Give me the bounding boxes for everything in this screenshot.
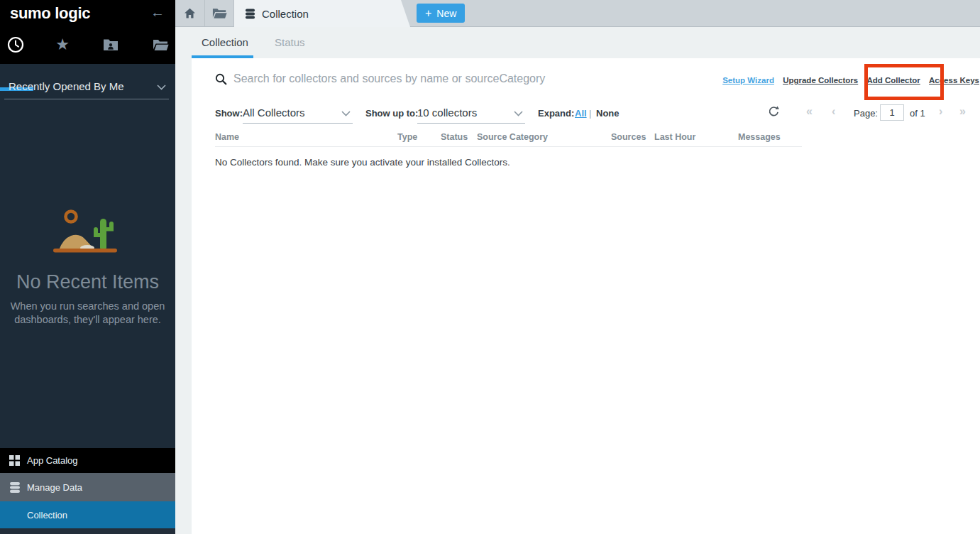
star-icon: ★ <box>55 37 70 53</box>
library-button[interactable] <box>205 0 234 26</box>
recently-opened-dropdown[interactable]: Recently Opened By Me <box>0 75 175 99</box>
page-label: Page: <box>854 108 878 119</box>
separator: | <box>589 108 591 119</box>
sidebar-icon-bar: ★ <box>0 28 175 64</box>
database-icon <box>9 481 22 494</box>
sumo-logic-logo: sumo logic <box>10 4 90 23</box>
new-button[interactable]: + New <box>417 4 465 23</box>
empty-collectors-message: No Collectors found. Make sure you activ… <box>215 157 510 168</box>
sidebar-next-row-edge <box>0 528 175 534</box>
show-dropdown[interactable]: All Collectors <box>243 102 353 124</box>
tab-strip: Collection + New <box>175 0 980 27</box>
expand-all-link[interactable]: All <box>575 108 587 119</box>
home-button[interactable] <box>175 0 205 26</box>
manage-data-label: Manage Data <box>27 482 82 493</box>
recently-opened-label: Recently Opened By Me <box>9 80 124 92</box>
chevron-down-icon <box>341 111 351 116</box>
column-header-name[interactable]: Name <box>215 132 239 142</box>
list-controls: Show: All Collectors Show up to: 10 coll… <box>192 102 980 127</box>
subtab-collection[interactable]: Collection <box>202 36 248 48</box>
next-page-button[interactable]: › <box>939 106 942 117</box>
collection-label: Collection <box>27 510 67 521</box>
sumo-logic-collection-page: { "sidebar": { "logo": "sumo logic", "co… <box>0 0 980 534</box>
plus-icon: + <box>425 8 431 19</box>
show-dropdown-value: All Collectors <box>243 107 305 119</box>
search-input[interactable] <box>233 68 702 89</box>
page-number-input[interactable] <box>880 104 904 121</box>
expand-none-option[interactable]: None <box>596 108 620 119</box>
open-folder-icon <box>212 8 227 19</box>
sidebar-item-collection[interactable]: Collection <box>0 501 175 528</box>
expand-label: Expand: <box>538 108 574 119</box>
previous-page-button[interactable]: ‹ <box>832 106 835 117</box>
refresh-icon[interactable] <box>768 106 779 117</box>
first-page-button[interactable]: « <box>806 106 813 117</box>
dropdown-underline <box>4 99 169 99</box>
app-catalog-label: App Catalog <box>27 455 78 466</box>
sidebar-header: sumo logic ← <box>0 0 175 28</box>
column-header-type[interactable]: Type <box>397 132 417 142</box>
sidebar-item-manage-data[interactable]: Manage Data <box>0 473 175 501</box>
show-up-to-dropdown[interactable]: 10 collectors <box>417 102 525 124</box>
setup-wizard-link[interactable]: Setup Wizard <box>722 76 774 85</box>
column-header-last-hour[interactable]: Last Hour <box>654 132 695 142</box>
table-header-divider <box>215 146 802 147</box>
new-button-label: New <box>436 8 456 19</box>
shared-content-tab[interactable] <box>95 28 126 61</box>
sun-icon <box>66 212 77 222</box>
show-label: Show: <box>215 108 243 119</box>
no-recent-items-subtitle: When you run searches and open dashboard… <box>9 300 167 327</box>
search-icon <box>215 73 227 85</box>
home-icon <box>184 8 196 18</box>
chevron-down-icon <box>157 85 166 90</box>
library-tab[interactable] <box>145 28 176 61</box>
favorites-tab[interactable]: ★ <box>47 28 78 61</box>
chevron-down-icon <box>514 111 523 116</box>
grid-icon <box>9 455 22 466</box>
open-folder-icon <box>153 39 169 51</box>
collapse-sidebar-icon[interactable]: ← <box>150 4 165 21</box>
desert-illustration <box>53 209 118 254</box>
column-header-source-category[interactable]: Source Category <box>477 132 548 142</box>
annotation-highlight-box <box>864 64 944 100</box>
tab-collection-label: Collection <box>262 8 309 20</box>
sidebar: sumo logic ← ★ Recently <box>0 0 175 534</box>
column-header-status[interactable]: Status <box>441 132 468 142</box>
sub-tabs: Collection Status <box>175 27 980 58</box>
database-icon <box>245 8 255 20</box>
page-total-label: of 1 <box>910 108 925 119</box>
upgrade-collectors-link[interactable]: Upgrade Collectors <box>783 76 858 85</box>
sidebar-item-app-catalog[interactable]: App Catalog <box>0 448 175 473</box>
clock-icon <box>6 36 25 54</box>
column-header-messages[interactable]: Messages <box>738 132 781 142</box>
show-up-to-label: Show up to: <box>365 108 418 119</box>
last-page-button[interactable]: » <box>959 106 966 117</box>
main-area: Collection + New Collection Status Setup… <box>175 0 980 534</box>
folder-person-icon <box>103 38 119 51</box>
tab-collection[interactable]: Collection <box>234 0 410 27</box>
column-header-sources[interactable]: Sources <box>611 132 646 142</box>
recents-tab[interactable] <box>0 28 31 61</box>
no-recent-items-title: No Recent Items <box>0 271 175 293</box>
subtab-status[interactable]: Status <box>275 36 305 48</box>
collection-panel: Setup Wizard Upgrade Collectors Add Coll… <box>192 58 980 534</box>
show-up-to-dropdown-value: 10 collectors <box>417 107 477 119</box>
